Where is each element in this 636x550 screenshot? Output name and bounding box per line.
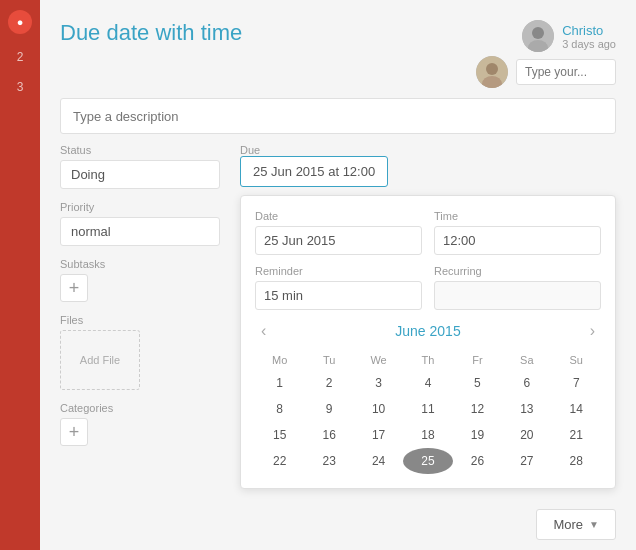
more-chevron: ▼: [589, 519, 599, 530]
calendar-day-24[interactable]: 24: [354, 448, 403, 474]
calendar-day-23[interactable]: 23: [304, 448, 353, 474]
calendar-day-8[interactable]: 8: [255, 396, 304, 422]
calendar-header-su: Su: [552, 350, 601, 370]
reminder-field: Reminder: [255, 265, 422, 310]
calendar-day-28[interactable]: 28: [552, 448, 601, 474]
user-info: Christo 3 days ago: [562, 23, 616, 50]
page-title: Due date with time: [60, 20, 242, 46]
calendar-week: 891011121314: [255, 396, 601, 422]
calendar-day-10[interactable]: 10: [354, 396, 403, 422]
calendar-day-13[interactable]: 13: [502, 396, 551, 422]
file-add-box[interactable]: Add File: [60, 330, 140, 390]
due-label: Due: [240, 144, 616, 156]
calendar-day-21[interactable]: 21: [552, 422, 601, 448]
date-time-row: Date Time: [255, 210, 601, 255]
reminder-recurring-row: Reminder Recurring: [255, 265, 601, 310]
calendar-week: 15161718192021: [255, 422, 601, 448]
content-area: Status Priority Subtasks + Files Add Fil…: [40, 144, 636, 499]
user-name: Christo: [562, 23, 616, 38]
date-input[interactable]: [255, 226, 422, 255]
calendar-day-25[interactable]: 25: [403, 448, 452, 474]
files-label: Files: [60, 314, 220, 326]
categories-group: Categories +: [60, 402, 220, 446]
calendar-grid: MoTuWeThFrSaSu 1234567891011121314151617…: [255, 350, 601, 474]
description-input[interactable]: [60, 98, 616, 134]
svg-point-1: [532, 27, 544, 39]
date-field: Date: [255, 210, 422, 255]
footer: More ▼: [40, 499, 636, 550]
calendar-day-9[interactable]: 9: [304, 396, 353, 422]
datetime-picker: Date Time Reminder Recurring: [240, 195, 616, 489]
status-group: Status: [60, 144, 220, 189]
prev-month-button[interactable]: ‹: [255, 320, 272, 342]
calendar-week: 1234567: [255, 370, 601, 396]
sidebar-badge: ●: [8, 10, 32, 34]
calendar-day-1[interactable]: 1: [255, 370, 304, 396]
main-panel: Due date with time Christo 3 days ago: [40, 0, 636, 550]
calendar-day-5[interactable]: 5: [453, 370, 502, 396]
sidebar-num-2: 3: [17, 80, 24, 94]
calendar-day-18[interactable]: 18: [403, 422, 452, 448]
svg-point-4: [486, 63, 498, 75]
calendar-day-17[interactable]: 17: [354, 422, 403, 448]
recurring-input[interactable]: [434, 281, 601, 310]
due-value[interactable]: 25 Jun 2015 at 12:00: [240, 156, 388, 187]
user-area: Christo 3 days ago: [476, 20, 616, 88]
calendar-header-fr: Fr: [453, 350, 502, 370]
date-field-label: Date: [255, 210, 422, 222]
due-field: Due 25 Jun 2015 at 12:00: [240, 144, 616, 187]
recurring-field: Recurring: [434, 265, 601, 310]
priority-group: Priority: [60, 201, 220, 246]
calendar-day-16[interactable]: 16: [304, 422, 353, 448]
calendar-day-2[interactable]: 2: [304, 370, 353, 396]
calendar-header-we: We: [354, 350, 403, 370]
categories-label: Categories: [60, 402, 220, 414]
more-label: More: [553, 517, 583, 532]
user-time: 3 days ago: [562, 38, 616, 50]
time-field-label: Time: [434, 210, 601, 222]
calendar-day-22[interactable]: 22: [255, 448, 304, 474]
calendar-nav: ‹ June 2015 ›: [255, 320, 601, 342]
time-field: Time: [434, 210, 601, 255]
categories-add-button[interactable]: +: [60, 418, 88, 446]
calendar-day-11[interactable]: 11: [403, 396, 452, 422]
calendar-day-26[interactable]: 26: [453, 448, 502, 474]
calendar-header-mo: Mo: [255, 350, 304, 370]
calendar-day-12[interactable]: 12: [453, 396, 502, 422]
sidebar: ● 2 3: [0, 0, 40, 550]
calendar-header-th: Th: [403, 350, 452, 370]
comment-row: [476, 56, 616, 88]
priority-input[interactable]: [60, 217, 220, 246]
calendar-day-4[interactable]: 4: [403, 370, 452, 396]
calendar-day-27[interactable]: 27: [502, 448, 551, 474]
calendar-day-15[interactable]: 15: [255, 422, 304, 448]
files-group: Files Add File: [60, 314, 220, 390]
reminder-label: Reminder: [255, 265, 422, 277]
more-button[interactable]: More ▼: [536, 509, 616, 540]
comment-input[interactable]: [516, 59, 616, 85]
calendar-day-19[interactable]: 19: [453, 422, 502, 448]
priority-label: Priority: [60, 201, 220, 213]
reminder-input[interactable]: [255, 281, 422, 310]
calendar-week: 22232425262728: [255, 448, 601, 474]
status-label: Status: [60, 144, 220, 156]
sidebar-num-1: 2: [17, 50, 24, 64]
calendar-day-14[interactable]: 14: [552, 396, 601, 422]
user-row: Christo 3 days ago: [522, 20, 616, 52]
calendar-body: 1234567891011121314151617181920212223242…: [255, 370, 601, 474]
subtasks-group: Subtasks +: [60, 258, 220, 302]
subtasks-label: Subtasks: [60, 258, 220, 270]
description-area: [60, 98, 616, 134]
time-input[interactable]: [434, 226, 601, 255]
calendar-headers: MoTuWeThFrSaSu: [255, 350, 601, 370]
next-month-button[interactable]: ›: [584, 320, 601, 342]
calendar-day-7[interactable]: 7: [552, 370, 601, 396]
calendar-day-20[interactable]: 20: [502, 422, 551, 448]
calendar-header-sa: Sa: [502, 350, 551, 370]
calendar-day-3[interactable]: 3: [354, 370, 403, 396]
avatar-2: [476, 56, 508, 88]
calendar-day-6[interactable]: 6: [502, 370, 551, 396]
status-input[interactable]: [60, 160, 220, 189]
subtasks-add-button[interactable]: +: [60, 274, 88, 302]
left-column: Status Priority Subtasks + Files Add Fil…: [60, 144, 220, 499]
